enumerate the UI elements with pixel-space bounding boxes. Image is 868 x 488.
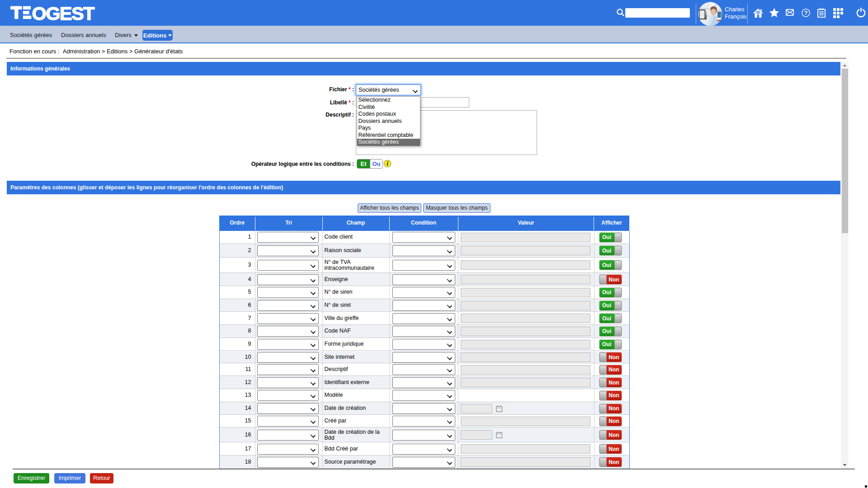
svg-text:?: ? bbox=[804, 10, 808, 16]
svg-text:OGEST: OGEST bbox=[32, 5, 95, 21]
